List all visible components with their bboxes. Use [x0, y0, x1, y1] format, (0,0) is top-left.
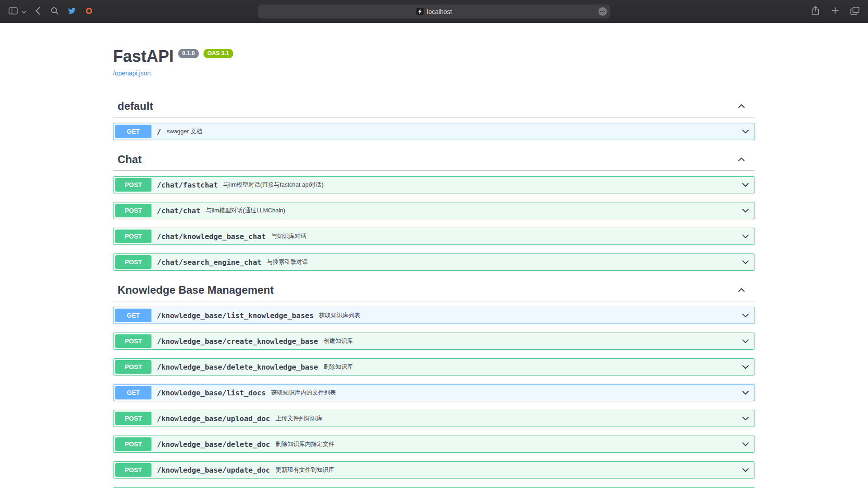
chevron-down-icon	[22, 8, 26, 15]
expand-operation-icon[interactable]	[741, 440, 750, 449]
operation-row[interactable]: POST /chat/search_engine_chat 与搜索引擎对话	[113, 253, 755, 271]
api-tag-section: default GET / swagger 文档	[113, 95, 755, 140]
collapse-section-icon[interactable]	[737, 155, 746, 164]
operation-summary[interactable]: GET / swagger 文档	[113, 123, 755, 140]
expand-operation-icon[interactable]	[741, 362, 750, 371]
op-desc: 更新现有文件到知识库	[275, 466, 334, 474]
method-badge: POST	[115, 255, 151, 269]
operation-row[interactable]: POST /knowledge_base/create_knowledge_ba…	[113, 333, 755, 350]
operation-summary[interactable]: POST /chat/chat 与llm模型对话(通过LLMChain)	[113, 202, 755, 219]
op-path: /chat/search_engine_chat	[157, 258, 261, 267]
operation-row[interactable]: POST /chat/fastchat 与llm模型对话(直接与fastchat…	[113, 176, 755, 193]
section-rows: GET / swagger 文档	[113, 123, 755, 140]
tab-overview-icon	[850, 7, 859, 16]
operation-row[interactable]: POST /knowledge_base/update_doc 更新现有文件到知…	[113, 461, 755, 479]
address-bar[interactable]: localhost	[258, 5, 610, 19]
op-path: /chat/fastchat	[157, 181, 218, 189]
new-tab-button[interactable]	[827, 5, 843, 18]
method-badge: POST	[115, 204, 151, 217]
operation-row[interactable]: GET /knowledge_base/list_knowledge_bases…	[113, 307, 755, 324]
op-desc: 与llm模型对话(直接与fastchat api对话)	[223, 181, 324, 189]
expand-operation-icon[interactable]	[741, 232, 750, 241]
op-path: /knowledge_base/list_docs	[157, 389, 266, 397]
op-desc: 删除知识库	[323, 363, 353, 371]
section-header[interactable]: Knowledge Base Management	[113, 279, 755, 301]
orange-ring-favicon-icon	[85, 7, 93, 16]
operation-summary[interactable]: POST /knowledge_base/delete_doc 删除知识库内指定…	[113, 436, 755, 452]
operation-summary[interactable]: POST /knowledge_base/create_knowledge_ba…	[113, 333, 755, 349]
site-favicon-bolt-icon	[416, 8, 424, 15]
op-desc: 删除知识库内指定文件	[275, 440, 334, 448]
method-badge: POST	[115, 178, 151, 192]
section-title: default	[118, 100, 737, 113]
operation-summary[interactable]: POST /chat/knowledge_base_chat 与知识库对话	[113, 228, 755, 244]
op-path: /knowledge_base/delete_doc	[157, 440, 270, 449]
swagger-page: FastAPI 0.1.0 OAS 3.1 /openapi.json defa…	[0, 23, 868, 488]
plus-icon	[831, 7, 839, 16]
expand-operation-icon[interactable]	[741, 388, 750, 397]
method-badge: GET	[115, 125, 151, 138]
operation-row[interactable]: POST /chat/chat 与llm模型对话(通过LLMChain)	[113, 202, 755, 219]
sidebar-icon	[9, 7, 18, 16]
openapi-spec-link[interactable]: /openapi.json	[113, 70, 151, 77]
operation-summary[interactable]: GET /knowledge_base/list_docs 获取知识库内的文件列…	[113, 385, 755, 401]
collapse-section-icon[interactable]	[737, 286, 746, 295]
expand-operation-icon[interactable]	[741, 414, 750, 423]
expand-operation-icon[interactable]	[741, 311, 750, 320]
expand-operation-icon[interactable]	[741, 337, 750, 346]
expand-operation-icon[interactable]	[741, 180, 750, 189]
op-path: /knowledge_base/upload_doc	[157, 414, 270, 423]
operation-row[interactable]: POST /knowledge_base/upload_doc 上传文件到知识库	[113, 410, 755, 427]
section-title: Knowledge Base Management	[118, 284, 737, 296]
operation-row[interactable]: POST /knowledge_base/delete_doc 删除知识库内指定…	[113, 436, 755, 453]
operation-row[interactable]: GET / swagger 文档	[113, 123, 755, 140]
method-badge: POST	[115, 334, 151, 348]
op-path: /knowledge_base/delete_knowledge_base	[157, 363, 318, 371]
blue-bird-favicon-icon	[68, 7, 76, 15]
page-menu-button[interactable]	[599, 7, 607, 16]
operation-summary[interactable]: POST /chat/search_engine_chat 与搜索引擎对话	[113, 254, 755, 270]
op-desc: 上传文件到知识库	[275, 414, 322, 422]
share-button[interactable]	[807, 5, 823, 18]
sidebar-toggle-button[interactable]	[5, 5, 21, 18]
operation-row[interactable]: GET /knowledge_base/list_docs 获取知识库内的文件列…	[113, 384, 755, 401]
expand-operation-icon[interactable]	[741, 258, 750, 267]
operation-summary[interactable]: GET /knowledge_base/list_knowledge_bases…	[113, 307, 755, 324]
tab-overview-button[interactable]	[847, 5, 863, 18]
op-desc: 创建知识库	[323, 337, 353, 345]
operation-summary[interactable]: POST /knowledge_base/update_doc 更新现有文件到知…	[113, 462, 755, 478]
op-path: /knowledge_base/list_knowledge_bases	[157, 311, 314, 320]
op-desc: 与llm模型对话(通过LLMChain)	[206, 206, 285, 215]
sidebar-menu-button[interactable]	[20, 5, 28, 18]
back-button[interactable]	[30, 5, 45, 18]
share-icon	[811, 6, 819, 17]
method-badge: POST	[115, 230, 151, 243]
section-header[interactable]: default	[113, 95, 755, 117]
expand-operation-icon[interactable]	[741, 127, 750, 136]
pinned-tab-blue-button[interactable]	[64, 5, 80, 18]
collapse-section-icon[interactable]	[737, 102, 746, 111]
operation-summary[interactable]: POST /knowledge_base/upload_doc 上传文件到知识库	[113, 410, 755, 427]
search-button[interactable]	[47, 5, 62, 18]
section-header[interactable]: Chat	[113, 149, 755, 171]
expand-operation-icon[interactable]	[741, 206, 750, 215]
api-sections: default GET / swagger 文档 Chat POST /ch	[113, 95, 755, 488]
operation-row[interactable]: POST /chat/knowledge_base_chat 与知识库对话	[113, 228, 755, 245]
method-badge: GET	[115, 386, 151, 399]
section-rows: POST /chat/fastchat 与llm模型对话(直接与fastchat…	[113, 176, 755, 271]
page-menu-ellipsis-icon	[599, 10, 607, 17]
op-desc: swagger 文档	[167, 127, 203, 136]
op-path: /knowledge_base/create_knowledge_base	[157, 337, 318, 346]
operation-summary[interactable]: POST /chat/fastchat 与llm模型对话(直接与fastchat…	[113, 177, 755, 193]
address-text: localhost	[427, 8, 452, 15]
section-rows: GET /knowledge_base/list_knowledge_bases…	[113, 307, 755, 488]
api-title: FastAPI	[113, 47, 174, 66]
op-path: /knowledge_base/update_doc	[157, 466, 270, 474]
pinned-tab-orange-button[interactable]	[81, 5, 97, 18]
op-desc: 获取知识库列表	[319, 311, 360, 319]
operation-summary[interactable]: POST /knowledge_base/delete_knowledge_ba…	[113, 359, 755, 375]
op-path: /chat/chat	[157, 206, 200, 215]
operation-row[interactable]: POST /knowledge_base/delete_knowledge_ba…	[113, 358, 755, 375]
oas-badge: OAS 3.1	[203, 49, 233, 58]
expand-operation-icon[interactable]	[741, 465, 750, 474]
